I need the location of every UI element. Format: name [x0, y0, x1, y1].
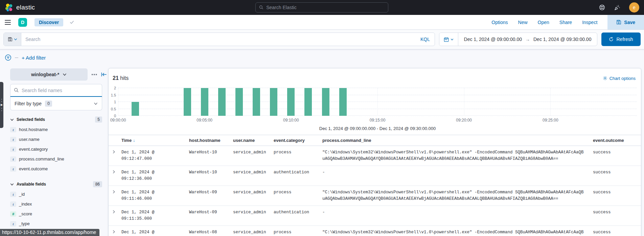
field-search-input[interactable]	[22, 88, 98, 93]
histogram-bar-09:04:00[interactable]	[184, 88, 191, 116]
selected-fields-header[interactable]: Selected fields 5	[10, 116, 102, 123]
field-item-event.category[interactable]: tevent.category	[10, 144, 102, 154]
nav-link-options[interactable]: Options	[491, 20, 508, 25]
date-to[interactable]: Dec 1, 2024 @ 09:30:00.00	[533, 37, 591, 42]
histogram-bar-09:08:00[interactable]	[253, 88, 260, 116]
refresh-button[interactable]: Refresh	[601, 33, 641, 46]
field-item-user.name[interactable]: tuser.name	[10, 134, 102, 144]
help-icon[interactable]	[599, 4, 605, 10]
cell-time: Dec 1, 2024 @ 09:12:47.000	[121, 146, 188, 166]
refresh-icon	[609, 37, 614, 42]
saved-query-icon	[8, 37, 13, 42]
table-row: Dec 1, 2024 @ 09:11:46.000WareHost-09ser…	[109, 186, 641, 206]
x-axis-label: 09:05:00	[197, 118, 212, 123]
nav-link-inspect[interactable]: Inspect	[582, 20, 597, 25]
histogram-bar-09:12:00[interactable]	[322, 88, 329, 116]
histogram-bar-09:13:00[interactable]	[339, 88, 347, 116]
elastic-logo[interactable]: elastic	[5, 3, 35, 12]
chevron-down-icon	[451, 38, 454, 41]
query-input[interactable]	[21, 37, 416, 42]
expand-row-icon[interactable]	[109, 226, 121, 236]
cell-command: -	[322, 166, 592, 186]
expand-row-icon[interactable]	[109, 186, 121, 206]
save-icon	[616, 20, 621, 25]
field-item-process.command_line[interactable]: tprocess.command_line	[10, 154, 102, 164]
field-item-_type[interactable]: t_type	[10, 219, 102, 229]
app-toolbar: D Discover OptionsNewOpenShareInspect Sa…	[0, 15, 644, 30]
field-search-box[interactable]	[10, 84, 102, 97]
table-body: Dec 1, 2024 @ 09:12:47.000WareHost-10ser…	[109, 146, 641, 236]
index-pattern-switcher[interactable]: winlogbeat-*	[10, 68, 88, 81]
user-avatar[interactable]: e	[629, 2, 639, 13]
space-badge[interactable]: D	[18, 18, 27, 27]
calendar-icon	[444, 37, 449, 42]
column-header-time[interactable]: Time ↓	[121, 135, 188, 146]
date-picker[interactable]: Dec 1, 2024 @ 09:00:00.00 → Dec 1, 2024 …	[439, 33, 597, 46]
status-bar-url: https://10-10-62-11.p.thmlabs.com/app/ho…	[0, 229, 99, 236]
histogram-bar-09:09:00[interactable]	[270, 88, 277, 116]
kql-search-box[interactable]: KQL	[3, 33, 435, 46]
date-from[interactable]: Dec 1, 2024 @ 09:00:00.00	[464, 37, 522, 42]
field-name: _type	[19, 221, 30, 226]
available-fields-header[interactable]: Available fields 86	[10, 181, 102, 187]
query-language-badge[interactable]: KQL	[416, 37, 435, 42]
field-item-_id[interactable]: t_id	[10, 189, 102, 199]
nav-link-open[interactable]: Open	[538, 20, 549, 25]
menu-icon[interactable]	[5, 20, 11, 25]
filter-menu-icon[interactable]	[5, 54, 12, 61]
saved-query-menu-button[interactable]	[4, 33, 21, 46]
field-name: user.name	[19, 137, 40, 142]
cell-outcome: success	[592, 206, 641, 226]
y-axis-label: 1.5	[111, 93, 116, 97]
save-button[interactable]: Save	[607, 15, 644, 29]
field-type-icon: t	[10, 201, 16, 207]
filter-divider	[15, 58, 18, 58]
cell-user: service_admin	[232, 166, 273, 186]
date-quick-menu-button[interactable]	[439, 33, 458, 46]
expand-row-icon[interactable]	[109, 206, 121, 226]
cell-user: service_admin	[232, 206, 273, 226]
field-item-event.outcome[interactable]: tevent.outcome	[10, 164, 102, 174]
field-item-host.hostname[interactable]: thost.hostname	[10, 125, 102, 134]
breadcrumb-discover[interactable]: Discover	[34, 18, 63, 26]
expand-row-icon[interactable]	[109, 166, 121, 186]
column-header-outcome[interactable]: event.outcome	[592, 135, 641, 146]
nav-link-share[interactable]: Share	[559, 20, 572, 25]
global-search[interactable]	[255, 2, 388, 13]
field-type-icon: t	[10, 156, 16, 162]
collapse-sidebar-icon[interactable]	[101, 72, 107, 77]
index-options-icon[interactable]	[92, 74, 97, 76]
field-item-_score[interactable]: #_score	[10, 209, 102, 219]
histogram-bar-09:07:00[interactable]	[235, 88, 243, 116]
field-name: _id	[19, 192, 25, 197]
histogram-bar-09:01:00[interactable]	[132, 102, 139, 116]
filter-by-type-button[interactable]: Filter by type 0	[10, 97, 102, 110]
x-axis-label: 09:00:00	[110, 118, 126, 123]
newsfeed-icon[interactable]	[614, 4, 620, 11]
field-name: event.category	[19, 147, 48, 152]
column-header-user[interactable]: user.name	[232, 135, 273, 146]
chart-options-link[interactable]: Chart options	[603, 76, 636, 81]
column-header-command[interactable]: process.command_line	[322, 135, 592, 146]
histogram-bar-09:10:00[interactable]	[287, 88, 295, 116]
fields-sidebar: winlogbeat-*	[0, 66, 108, 236]
expand-row-icon[interactable]	[109, 146, 121, 166]
global-search-input[interactable]	[266, 5, 385, 10]
column-header-category[interactable]: event.category	[273, 135, 322, 146]
table-header-row: Time ↓ host.hostname user.name event.cat…	[109, 135, 641, 146]
histogram-bar-09:06:00[interactable]	[218, 88, 226, 116]
field-type-icon: t	[10, 192, 16, 197]
cell-category: process	[273, 186, 322, 206]
add-filter-link[interactable]: + Add filter	[22, 55, 46, 61]
histogram-bar-09:05:00[interactable]	[201, 88, 208, 116]
field-item-_index[interactable]: t_index	[10, 199, 102, 209]
histogram-bar-09:11:00[interactable]	[304, 88, 312, 116]
nav-link-new[interactable]: New	[518, 20, 528, 25]
column-header-host[interactable]: host.hostname	[188, 135, 232, 146]
selected-fields-count: 5	[95, 116, 102, 123]
table-row: Dec 1, 2024 @ 09:12:36.000WareHost-10ser…	[109, 166, 641, 186]
search-icon	[259, 5, 263, 10]
histogram-plot: 00.511.52	[118, 88, 637, 116]
date-range-arrow: →	[525, 37, 530, 42]
table-row: Dec 1, 2024 @ 09:12:47.000WareHost-10ser…	[109, 146, 641, 166]
